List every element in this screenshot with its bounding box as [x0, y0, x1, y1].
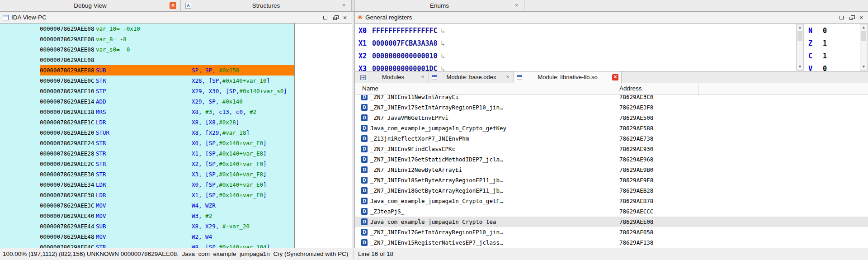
close-icon[interactable]: × [505, 74, 511, 80]
export-d-icon: D [361, 95, 368, 100]
table-row[interactable]: D_ZN7_JavaVM6GetEnvEPPvi78629AE508 [355, 113, 868, 123]
asm-address: 00000078629AEE08 [40, 55, 96, 65]
tab-modules[interactable]: Modules × [358, 71, 429, 83]
asm-line[interactable]: 00000078629AEE08var_8= -8 [40, 34, 294, 44]
tab-modules-label: Modules [382, 74, 404, 80]
modules-tab-bar: Modules × Module: base.odex × Module: li… [355, 71, 868, 83]
float-button[interactable] [330, 13, 340, 22]
follow-arrow-icon[interactable]: ↳ [441, 39, 445, 47]
registers-title: General registers [365, 14, 412, 21]
registers-scrollbar[interactable]: ▲ ▼ [796, 24, 804, 71]
scroll-up-icon[interactable]: ▲ [860, 24, 867, 31]
register-value: 00000000000001DC [372, 65, 438, 71]
asm-operand: ] [267, 244, 270, 248]
table-row[interactable]: D_ZN7_JNIEnv17SetIntArrayRegionEP10_jin…… [355, 102, 868, 113]
column-header-address[interactable]: Address [619, 85, 642, 92]
asm-line[interactable]: 00000078629AEE30STRX3, [SP,#0x140+var_F8… [40, 169, 294, 180]
table-row[interactable]: DJava_com_example_jumpaga1n_Crypto_getF…… [355, 196, 868, 206]
register-row[interactable]: X20000000000000010↳ [355, 50, 791, 62]
symbol-address: 78629AE9B0 [619, 165, 653, 175]
asm-line[interactable]: 00000078629AEE1CLDRX8, [X8,#0x28] [40, 117, 294, 128]
column-divider[interactable] [698, 83, 699, 95]
asm-address: 00000078629AEE08 [40, 44, 96, 55]
asm-mnemonic: STR [96, 159, 192, 169]
asm-operand: X8, X29, [192, 223, 222, 230]
table-row[interactable]: D_ZN7_JNIEnv11NewIntArrayEi78629AE3C0 [355, 95, 868, 102]
tab-module-base-odex[interactable]: Module: base.odex × [429, 71, 514, 83]
table-row[interactable]: DJava_com_example_jumpaga1n_Crypto_getKe… [355, 123, 868, 133]
register-value: 0000007FCBA3A3A8 [372, 39, 438, 47]
asm-address: 00000078629AEE3C [40, 200, 96, 211]
scroll-down-icon[interactable]: ▼ [797, 64, 803, 70]
asm-line[interactable]: 00000078629AEE4CSTRW8, [SP,#0x140+var_10… [40, 242, 294, 248]
table-row[interactable]: D_ZN7_JNIEnv17GetIntArrayRegionEP10_jin…… [355, 227, 868, 237]
table-row[interactable]: D_Z3teaPjS_78629AECCC [355, 206, 868, 217]
table-row[interactable]: DJava_com_example_jumpaga1n_Crypto_tea78… [355, 217, 868, 227]
asm-address: 00000078629AEE20 [40, 128, 96, 138]
asm-mnemonic: SUB [96, 221, 192, 232]
close-icon[interactable]: × [340, 2, 347, 9]
scrollbar-thumb[interactable] [797, 31, 802, 41]
scroll-up-icon[interactable]: ▲ [797, 24, 803, 31]
asm-line[interactable]: 00000078629AEE14ADDX29, SP, #0x140 [40, 96, 294, 107]
disassembly[interactable]: 00000078629AEE08var_10= -0x1000000078629… [0, 24, 295, 248]
column-header-name[interactable]: Name [362, 85, 378, 92]
follow-arrow-icon[interactable]: ↳ [441, 52, 445, 60]
scrollbar-thumb[interactable] [861, 31, 866, 41]
scroll-down-icon[interactable]: ▼ [860, 64, 867, 70]
asm-line[interactable]: 00000078629AEE34LDRX0, [SP,#0x140+var_E0… [40, 180, 294, 190]
table-row[interactable]: D_Z13jniReflectXorP7_JNIEnvPhm78629AE738 [355, 133, 868, 144]
close-icon[interactable]: × [612, 74, 618, 80]
float-button[interactable] [846, 13, 856, 22]
asm-operand: ] [236, 119, 240, 126]
close-icon[interactable]: × [170, 2, 176, 9]
table-row[interactable]: D_ZN7_JNIEnv15RegisterNativesEP7_jclass…… [355, 237, 868, 248]
column-divider[interactable] [615, 83, 615, 95]
asm-line[interactable]: 00000078629AEE08 [40, 55, 294, 65]
flag-row[interactable]: N0 [808, 24, 846, 37]
flag-row[interactable]: C1 [808, 50, 846, 62]
follow-arrow-icon[interactable]: ↳ [441, 27, 445, 35]
asm-line[interactable]: 00000078629AEE44SUBX8, X29, #-var_20 [40, 221, 294, 232]
asm-line[interactable]: 00000078629AEE24STRX0, [SP,#0x140+var_E0… [40, 138, 294, 148]
close-button[interactable]: × [340, 13, 350, 22]
asm-line[interactable]: 00000078629AEE38LDRX1, [SP,#0x140+var_F0… [40, 190, 294, 200]
close-icon[interactable]: × [513, 2, 520, 9]
table-row[interactable]: D_ZN7_JNIEnv18SetByteArrayRegionEP11_jb…… [355, 175, 868, 185]
maximize-button[interactable] [836, 13, 846, 22]
follow-arrow-icon[interactable]: ↳ [441, 65, 445, 71]
table-row[interactable]: D_ZN7_JNIEnv18GetByteArrayRegionEP11_jb…… [355, 185, 868, 196]
symbol-name: _ZN7_JNIEnv17SetIntArrayRegionEP10_jin… [370, 102, 503, 113]
asm-address: 00000078629AEE24 [40, 138, 96, 148]
flag-row[interactable]: Z1 [808, 37, 846, 50]
tab-structures[interactable]: A Structures × [181, 0, 352, 11]
close-button[interactable]: × [856, 13, 866, 22]
tab-enums[interactable]: Enums × [355, 0, 524, 11]
asm-line[interactable]: 00000078629AEE08SUBSP, SP, #0x150 [40, 65, 294, 76]
register-row[interactable]: X10000007FCBA3A3A8↳ [355, 37, 791, 50]
asm-operand: #0x140+var_F0 [219, 161, 263, 167]
asm-line[interactable]: 00000078629AEE2CSTRX2, [SP,#0x140+var_F0… [40, 159, 294, 169]
tab-module-libnative-lib[interactable]: Module: libnative-lib.so × [514, 71, 622, 83]
asm-line[interactable]: 00000078629AEE20STURX8, [X29,#var_18] [40, 128, 294, 138]
asm-line[interactable]: 00000078629AEE48MOVW2, W4 [40, 232, 294, 242]
table-row[interactable]: D_ZN7_JNIEnv12NewByteArrayEi78629AE9B0 [355, 165, 868, 175]
symbol-name: _ZN7_JNIEnv11NewIntArrayEi [370, 95, 459, 102]
asm-line[interactable]: 00000078629AEE10STPX29, X30, [SP,#0x140+… [40, 86, 294, 96]
asm-line[interactable]: 00000078629AEE28STRX1, [SP,#0x140+var_E8… [40, 148, 294, 159]
asm-line[interactable]: 00000078629AEE08var_s0= 0 [40, 44, 294, 55]
register-row[interactable]: X300000000000001DC↳ [355, 62, 791, 71]
flags-scrollbar[interactable]: ▲ ▼ [860, 24, 868, 71]
table-row[interactable]: D_ZN7_JNIEnv17GetStaticMethodIDEP7_jcla…… [355, 154, 868, 165]
flag-row[interactable]: V0 [808, 62, 846, 71]
table-row[interactable]: D_ZN7_JNIEnv9FindClassEPKc78629AE930 [355, 144, 868, 154]
asm-line[interactable]: 00000078629AEE08var_10= -0x10 [40, 24, 294, 34]
tab-debug-view[interactable]: Debug View × [0, 0, 181, 11]
asm-line[interactable]: 00000078629AEE3CMOVW4, WZR [40, 200, 294, 211]
asm-line[interactable]: 00000078629AEE0CSTRX28, [SP,#0x140+var_1… [40, 76, 294, 86]
maximize-button[interactable] [320, 13, 330, 22]
register-row[interactable]: X0FFFFFFFFFFFFFFFC↳ [355, 24, 791, 37]
asm-line[interactable]: 00000078629AEE18MRSX8, #3, c13, c0, #2 [40, 107, 294, 117]
close-icon[interactable]: × [420, 74, 426, 80]
asm-line[interactable]: 00000078629AEE40MOVW3, #2 [40, 211, 294, 221]
